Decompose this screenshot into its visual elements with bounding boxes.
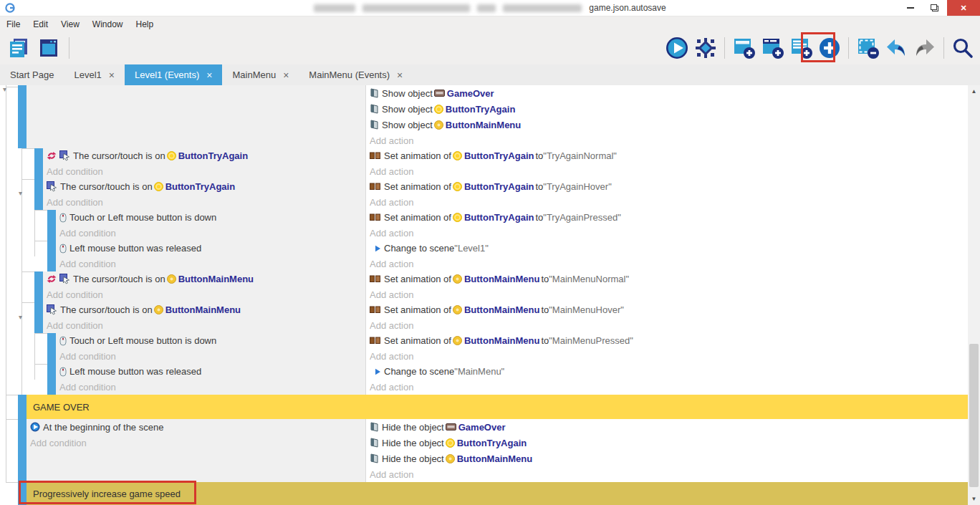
tab-mainmenu[interactable]: MainMenu × xyxy=(222,64,299,85)
event-instruction-line[interactable]: Set animation of ButtonTryAgain to "TryA… xyxy=(366,210,968,226)
redo-icon[interactable] xyxy=(912,34,938,62)
add-condition-button[interactable]: Add condition xyxy=(27,435,365,451)
tab-level1-events[interactable]: Level1 (Events) × xyxy=(125,64,223,85)
actions-cell[interactable]: Change to scene "Level1"Add action xyxy=(365,241,968,271)
conditions-cell[interactable]: At the beginning of the sceneAdd conditi… xyxy=(27,419,365,482)
add-action-button[interactable]: Add action xyxy=(366,226,968,241)
minimize-button[interactable] xyxy=(898,0,923,16)
close-button[interactable]: ✕ xyxy=(947,0,980,16)
conditions-cell[interactable]: The cursor/touch is on ButtonMainMenuAdd… xyxy=(43,302,365,333)
add-action-button[interactable]: Add action xyxy=(366,380,968,395)
event-instruction-line[interactable]: Hide the object ButtonTryAgain xyxy=(366,435,968,451)
event-instruction-line[interactable]: Hide the object ButtonMainMenu xyxy=(366,451,968,466)
menu-window[interactable]: Window xyxy=(86,16,130,32)
conditions-cell[interactable]: The cursor/touch is on ButtonTryAgainAdd… xyxy=(43,179,365,210)
add-condition-button[interactable]: Add condition xyxy=(43,318,365,334)
conditions-cell[interactable]: Touch or Left mouse button is downAdd co… xyxy=(56,333,365,364)
event-instruction-line[interactable]: The cursor/touch is on ButtonTryAgain xyxy=(43,179,365,195)
conditions-cell[interactable] xyxy=(27,85,365,148)
event-instruction-line[interactable]: The cursor/touch is on ButtonMainMenu xyxy=(43,302,365,318)
add-action-button[interactable]: Add action xyxy=(366,256,968,272)
tab-close-icon[interactable]: × xyxy=(283,70,289,80)
event-instruction-line[interactable]: Touch or Left mouse button is down xyxy=(56,333,365,349)
event-instruction-line[interactable]: Left mouse button was released xyxy=(56,241,365,256)
debugger-icon[interactable] xyxy=(693,34,719,62)
actions-cell[interactable]: Set animation of ButtonTryAgain to "TryA… xyxy=(365,148,968,179)
tab-mainmenu-events[interactable]: MainMenu (Events) × xyxy=(299,64,413,85)
event-instruction-line[interactable]: Change to scene "MainMenu" xyxy=(366,364,968,380)
collapse-arrow-icon[interactable]: ▾ xyxy=(19,314,22,321)
play-icon[interactable] xyxy=(664,34,690,62)
event-instruction-line[interactable]: At the beginning of the scene xyxy=(27,419,365,435)
search-icon[interactable] xyxy=(950,34,976,62)
scene-editor-icon[interactable] xyxy=(36,34,62,62)
event-instruction-line[interactable]: Set animation of ButtonMainMenu to "Main… xyxy=(366,271,968,287)
tab-close-icon[interactable]: × xyxy=(109,70,115,80)
add-condition-button[interactable]: Add condition xyxy=(56,226,365,241)
event-instruction-line[interactable]: Show object ButtonMainMenu xyxy=(366,117,968,133)
event-instruction-line[interactable]: Touch or Left mouse button is down xyxy=(56,210,365,226)
add-action-button[interactable]: Add action xyxy=(366,164,968,180)
add-condition-button[interactable]: Add condition xyxy=(56,256,365,272)
scroll-up-icon[interactable]: ▲ xyxy=(968,85,980,97)
add-action-button[interactable]: Add action xyxy=(366,349,968,365)
add-event-icon[interactable] xyxy=(731,34,756,62)
add-condition-button[interactable]: Add condition xyxy=(43,164,365,180)
actions-cell[interactable]: Set animation of ButtonTryAgain to "TryA… xyxy=(365,179,968,210)
menu-edit[interactable]: Edit xyxy=(27,16,54,32)
event-row[interactable]: The cursor/touch is on ButtonTryAgainAdd… xyxy=(0,148,968,179)
tab-start-page[interactable]: Start Page xyxy=(0,64,64,85)
event-instruction-line[interactable]: Show object ButtonTryAgain xyxy=(366,101,968,117)
add-condition-button[interactable]: Add condition xyxy=(43,287,365,303)
event-instruction-line[interactable]: Left mouse button was released xyxy=(56,364,365,380)
event-instruction-line[interactable]: Set animation of ButtonMainMenu to "Main… xyxy=(366,333,968,349)
collapse-arrow-icon[interactable]: ▾ xyxy=(19,190,22,197)
tab-level1[interactable]: Level1 × xyxy=(64,64,125,85)
event-instruction-line[interactable]: The cursor/touch is on ButtonMainMenu xyxy=(43,271,365,287)
scrollbar-thumb[interactable] xyxy=(969,344,979,487)
menu-help[interactable]: Help xyxy=(130,16,160,32)
event-row[interactable]: Left mouse button was releasedAdd condit… xyxy=(0,241,968,271)
add-action-button[interactable]: Add action xyxy=(366,195,968,211)
event-row[interactable]: Left mouse button was releasedAdd condit… xyxy=(0,364,968,395)
event-row[interactable]: The cursor/touch is on ButtonMainMenuAdd… xyxy=(0,302,968,333)
tab-close-icon[interactable]: × xyxy=(206,70,212,80)
scroll-down-icon[interactable]: ▼ xyxy=(968,493,980,505)
collapse-arrow-icon[interactable]: ▾ xyxy=(3,86,6,93)
add-subevent-icon[interactable] xyxy=(759,34,785,62)
add-circle-icon[interactable] xyxy=(817,34,842,62)
menu-view[interactable]: View xyxy=(54,16,86,32)
event-row[interactable]: Touch or Left mouse button is downAdd co… xyxy=(0,333,968,364)
add-condition-button[interactable]: Add condition xyxy=(56,380,365,395)
actions-cell[interactable]: Set animation of ButtonMainMenu to "Main… xyxy=(365,302,968,333)
event-instruction-line[interactable]: The cursor/touch is on ButtonTryAgain xyxy=(43,148,365,164)
menu-file[interactable]: File xyxy=(0,16,27,32)
vertical-scrollbar[interactable]: ▲ ▼ xyxy=(968,85,980,505)
remove-event-icon[interactable] xyxy=(855,34,880,62)
undo-icon[interactable] xyxy=(883,34,909,62)
comment-row[interactable]: Progressively increase game speed xyxy=(0,482,968,505)
comment-row[interactable]: GAME OVER xyxy=(0,395,968,419)
event-row[interactable]: Show object GameOverShow object ButtonTr… xyxy=(0,85,968,148)
conditions-cell[interactable]: Touch or Left mouse button is downAdd co… xyxy=(56,210,365,241)
actions-cell[interactable]: Hide the object GameOverHide the object … xyxy=(365,419,968,482)
event-row[interactable]: Touch or Left mouse button is downAdd co… xyxy=(0,210,968,241)
event-row[interactable]: The cursor/touch is on ButtonTryAgainAdd… xyxy=(0,179,968,210)
event-row[interactable]: The cursor/touch is on ButtonMainMenuAdd… xyxy=(0,271,968,302)
comment-text[interactable]: Progressively increase game speed xyxy=(27,482,968,505)
actions-cell[interactable]: Change to scene "MainMenu"Add action xyxy=(365,364,968,395)
restore-button[interactable] xyxy=(923,0,947,16)
add-comment-icon[interactable] xyxy=(788,34,814,62)
actions-cell[interactable]: Set animation of ButtonMainMenu to "Main… xyxy=(365,333,968,364)
project-manager-icon[interactable] xyxy=(6,34,32,62)
actions-cell[interactable]: Set animation of ButtonTryAgain to "TryA… xyxy=(365,210,968,241)
event-instruction-line[interactable]: Set animation of ButtonMainMenu to "Main… xyxy=(366,302,968,318)
event-instruction-line[interactable]: Show object GameOver xyxy=(366,85,968,101)
conditions-cell[interactable]: The cursor/touch is on ButtonTryAgainAdd… xyxy=(43,148,365,179)
add-action-button[interactable]: Add action xyxy=(366,318,968,334)
actions-cell[interactable]: Show object GameOverShow object ButtonTr… xyxy=(365,85,968,148)
add-action-button[interactable]: Add action xyxy=(366,133,968,148)
add-condition-button[interactable]: Add condition xyxy=(56,349,365,365)
event-instruction-line[interactable]: Change to scene "Level1" xyxy=(366,241,968,256)
event-instruction-line[interactable]: Hide the object GameOver xyxy=(366,419,968,435)
